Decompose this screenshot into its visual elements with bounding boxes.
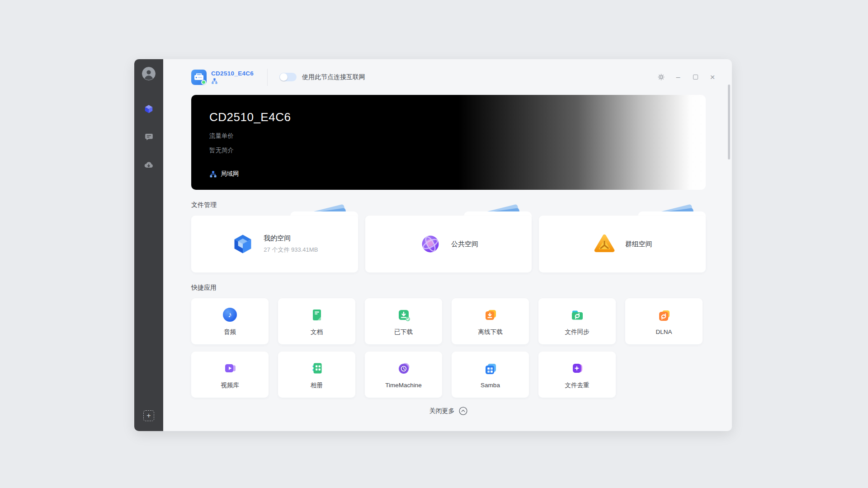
device-text: CD2510_E4C6 xyxy=(211,70,254,84)
app-window: + xyxy=(134,59,732,431)
device-selector[interactable]: CD2510_E4C6 xyxy=(191,70,254,85)
chevron-up-circle-icon xyxy=(458,406,468,416)
space-card-texts: 我的空间 27 个文件 933.41MB xyxy=(264,234,318,254)
topbar-divider xyxy=(267,69,268,86)
app-card-downloaded[interactable]: 已下载 xyxy=(365,298,442,344)
file-dedupe-icon xyxy=(570,361,585,376)
network-topology-icon xyxy=(211,78,218,84)
settings-button[interactable] xyxy=(656,72,666,82)
app-label: 音频 xyxy=(224,328,236,336)
cloud-download-icon xyxy=(144,160,154,170)
chat-icon xyxy=(144,132,154,142)
lan-status: 局域网 xyxy=(209,170,239,178)
sidebar: + xyxy=(134,59,163,431)
space-card-texts: 公共空间 xyxy=(451,240,478,249)
app-card-samba[interactable]: Samba xyxy=(452,352,529,398)
minimize-button[interactable]: – xyxy=(673,72,683,82)
app-label: 离线下载 xyxy=(478,328,503,336)
file-sync-icon xyxy=(570,307,585,323)
app-label: 文件同步 xyxy=(565,328,590,336)
app-label: 文件去重 xyxy=(565,381,590,389)
sidebar-nav xyxy=(141,101,156,173)
space-card-title: 我的空间 xyxy=(264,234,318,243)
gear-icon xyxy=(657,73,665,81)
main-area: CD2510_E4C6 使用此节点连接互联网 xyxy=(163,59,732,431)
app-card-file-dedupe[interactable]: 文件去重 xyxy=(538,352,616,398)
toggle-knob xyxy=(280,73,288,81)
device-name: CD2510_E4C6 xyxy=(211,70,254,77)
topbar: CD2510_E4C6 使用此节点连接互联网 xyxy=(191,59,706,95)
device-banner: CD2510_E4C6 流量单价 暂无简介 局域网 xyxy=(191,95,706,190)
app-label: 视频库 xyxy=(221,381,239,389)
video-library-icon xyxy=(222,361,238,376)
group-space-icon xyxy=(593,232,616,256)
banner-desc-line: 暂无简介 xyxy=(209,146,706,155)
space-card-group-space[interactable]: 群组空间 xyxy=(539,216,706,272)
app-label: 相册 xyxy=(311,381,323,389)
app-card-photo-album[interactable]: 相册 xyxy=(278,352,355,398)
sidebar-item-storage[interactable] xyxy=(141,101,156,117)
user-avatar[interactable] xyxy=(142,67,156,80)
app-card-timemachine[interactable]: TimeMachine xyxy=(365,352,442,398)
apps-grid: ♪ 音频 文档 xyxy=(191,298,707,398)
window-controls: – × xyxy=(656,72,717,82)
lan-network-icon xyxy=(209,170,217,178)
app-card-audio[interactable]: ♪ 音频 xyxy=(191,298,269,344)
timemachine-icon xyxy=(396,361,411,376)
app-label: TimeMachine xyxy=(385,382,422,389)
space-card-public-space[interactable]: 公共空间 xyxy=(365,216,532,272)
sidebar-item-messages[interactable] xyxy=(141,129,156,145)
app-card-video-library[interactable]: 视频库 xyxy=(191,352,269,398)
offline-download-icon xyxy=(483,307,498,323)
banner-device-name: CD2510_E4C6 xyxy=(209,110,706,124)
space-card-title: 公共空间 xyxy=(451,240,478,249)
app-label: DLNA xyxy=(656,328,672,335)
close-button[interactable]: × xyxy=(708,72,717,82)
app-card-documents[interactable]: 文档 xyxy=(278,298,355,344)
space-card-title: 群组空间 xyxy=(625,240,652,249)
app-card-dlna[interactable]: DLNA xyxy=(625,298,703,344)
app-label: Samba xyxy=(481,382,500,389)
collapse-more-button[interactable]: 关闭更多 xyxy=(191,406,706,416)
maximize-icon xyxy=(693,75,698,80)
lan-label: 局域网 xyxy=(221,170,239,178)
public-space-globe-icon xyxy=(419,232,442,256)
internet-toggle[interactable] xyxy=(279,73,297,81)
audio-icon: ♪ xyxy=(223,308,237,322)
space-card-subtitle: 27 个文件 933.41MB xyxy=(264,246,318,254)
documents-icon xyxy=(309,307,325,323)
collapse-label: 关闭更多 xyxy=(429,407,455,415)
banner-price-line: 流量单价 xyxy=(209,132,706,140)
desktop-background: + xyxy=(0,0,868,488)
app-card-file-sync[interactable]: 文件同步 xyxy=(538,298,616,344)
add-node-button[interactable]: + xyxy=(143,410,154,421)
internet-toggle-label: 使用此节点连接互联网 xyxy=(302,73,365,81)
sidebar-item-cloud[interactable] xyxy=(141,157,156,173)
app-label: 文档 xyxy=(311,328,323,336)
space-card-texts: 群组空间 xyxy=(625,240,652,249)
vertical-scrollbar[interactable] xyxy=(728,84,730,160)
maximize-button[interactable] xyxy=(690,72,700,82)
photo-album-icon xyxy=(309,361,325,376)
app-card-offline-download[interactable]: 离线下载 xyxy=(452,298,529,344)
storage-cube-icon xyxy=(144,104,154,114)
section-file-management: 文件管理 xyxy=(191,201,706,209)
app-label: 已下载 xyxy=(394,328,413,336)
avatar-icon xyxy=(142,67,156,80)
dlna-icon xyxy=(656,308,672,323)
nas-device-icon xyxy=(191,70,207,85)
section-quick-apps: 快捷应用 xyxy=(191,284,706,292)
samba-icon xyxy=(483,361,498,376)
space-card-row: 我的空间 27 个文件 933.41MB xyxy=(191,216,706,272)
my-space-cube-icon xyxy=(231,232,255,256)
space-card-my-space[interactable]: 我的空间 27 个文件 933.41MB xyxy=(191,216,358,272)
downloaded-icon xyxy=(396,307,411,323)
